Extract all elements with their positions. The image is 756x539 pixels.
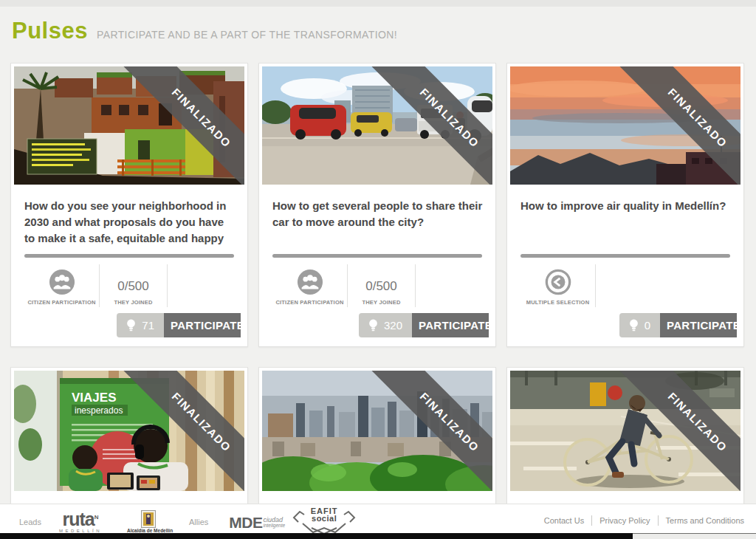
stat-value: 0/500 <box>348 279 415 295</box>
card-stats: CITIZEN PARTICIPATION 0/500 THEY JOINED <box>272 264 416 307</box>
pulse-card-grid: FINALIZADO How do you see your neighborh… <box>10 63 744 539</box>
idea-count-value: 0 <box>645 319 650 332</box>
stat-label: CITIZEN PARTICIPATION <box>24 299 99 306</box>
stat-label: THEY JOINED <box>348 299 415 306</box>
people-icon <box>49 269 75 295</box>
page-header: Pulses PARTICIPATE AND BE A PART OF THE … <box>12 18 397 44</box>
card-stats: MULTIPLE SELECTION <box>520 264 596 307</box>
idea-count: 320 <box>359 313 412 337</box>
stat-citizen-participation: CITIZEN PARTICIPATION <box>272 264 348 307</box>
ruta-logo-n: N <box>94 513 99 520</box>
stat-label: THEY JOINED <box>100 299 167 306</box>
card-title: How to improve air quality in Medellín? <box>520 198 732 214</box>
page-title: Pulses <box>12 18 88 44</box>
multiple-selection-icon <box>545 269 571 295</box>
idea-count-value: 71 <box>142 319 154 332</box>
card-stats: CITIZEN PARTICIPATION 0/500 THEY JOINED <box>24 264 168 307</box>
svg-text:inesperados: inesperados <box>75 405 123 416</box>
bulb-icon <box>126 319 136 332</box>
card-photo: FINALIZADO <box>262 371 492 491</box>
pulse-card-car-sharing[interactable]: FINALIZADO How to get several people to … <box>258 63 496 347</box>
people-icon <box>297 269 323 295</box>
pulse-card-air-quality[interactable]: FINALIZADO How to improve air quality in… <box>506 63 744 347</box>
card-title: How to get several people to share their… <box>272 198 484 230</box>
page-subtitle: PARTICIPATE AND BE A PART OF THE TRANSFO… <box>97 29 397 41</box>
bulb-icon <box>629 319 639 332</box>
idea-count: 0 <box>619 313 660 337</box>
card-title: How do you see your neighborhood in 2030… <box>24 198 236 246</box>
participates-badge[interactable]: 0 PARTICIPATES <box>619 313 737 337</box>
card-divider <box>520 254 730 258</box>
card-photo: FINALIZADO <box>510 371 740 491</box>
participates-label: PARTICIPATES <box>412 313 489 337</box>
mde-logo-text: MDE <box>229 514 262 532</box>
pulse-card-neighborhood[interactable]: FINALIZADO How do you see your neighborh… <box>10 63 248 347</box>
privacy-policy-link[interactable]: Privacy Policy <box>592 516 657 525</box>
svg-text:VIAJES: VIAJES <box>72 391 116 405</box>
alcaldia-crest-icon <box>141 510 156 528</box>
card-divider <box>24 254 234 258</box>
contact-us-link[interactable]: Contact Us <box>537 516 591 525</box>
stat-multiple-selection: MULTIPLE SELECTION <box>520 264 596 307</box>
stat-citizen-participation: CITIZEN PARTICIPATION <box>24 264 100 307</box>
allies-label: Allies <box>189 518 208 526</box>
footer-links: Contact Us Privacy Policy Terms and Cond… <box>537 515 752 526</box>
card-photo: FINALIZADO <box>510 66 740 185</box>
card-photo: VIAJES inesperados <box>14 371 244 491</box>
eafit-logo-line2: social <box>292 515 356 522</box>
ruta-n-logo[interactable]: rutaN MEDELLÍN <box>59 511 102 536</box>
mde-logo-sub2: inteligente <box>263 523 285 529</box>
scrollbar-thumb[interactable] <box>0 533 633 539</box>
leads-label: Leads <box>19 518 41 526</box>
ruta-logo-text: ruta <box>62 509 94 529</box>
bulb-icon <box>368 319 378 332</box>
card-photo: FINALIZADO <box>14 66 244 185</box>
card-photo: FINALIZADO <box>262 66 492 185</box>
scrollbar-track[interactable] <box>633 533 756 539</box>
stat-joined: 0/500 THEY JOINED <box>348 264 416 307</box>
idea-count: 71 <box>117 313 164 337</box>
participates-badge[interactable]: 320 PARTICIPATES <box>359 313 489 337</box>
participates-label: PARTICIPATES <box>660 313 737 337</box>
stat-label: MULTIPLE SELECTION <box>520 299 595 306</box>
horizontal-scrollbar[interactable] <box>0 533 756 539</box>
participates-badge[interactable]: 71 PARTICIPATES <box>117 313 241 337</box>
stat-joined: 0/500 THEY JOINED <box>100 264 168 307</box>
eafit-social-logo[interactable]: EAFIT social <box>292 506 356 535</box>
terms-and-conditions-link[interactable]: Terms and Conditions <box>659 516 752 525</box>
alcaldia-name: Alcaldía de Medellín <box>127 528 170 533</box>
idea-count-value: 320 <box>384 319 402 332</box>
card-divider <box>272 254 482 258</box>
top-strip <box>0 0 756 7</box>
stat-value: 0/500 <box>100 279 167 295</box>
stat-label: CITIZEN PARTICIPATION <box>272 299 347 306</box>
participates-label: PARTICIPATES <box>164 313 241 337</box>
mde-ciudad-inteligente-logo[interactable]: MDE ciudad inteligente <box>229 514 285 532</box>
